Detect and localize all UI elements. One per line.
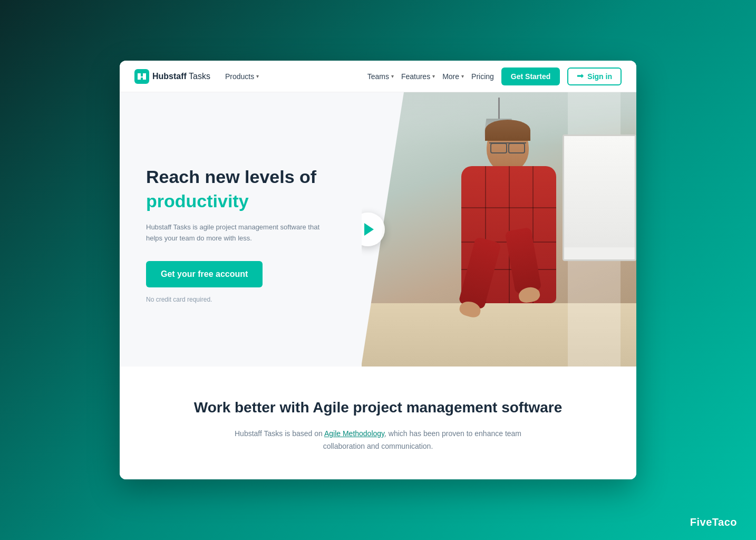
bottom-heading: Work better with Agile project managemen…: [146, 398, 610, 417]
hero-heading-accent: productivity: [146, 191, 377, 211]
person-hair: [485, 120, 530, 141]
play-icon: [364, 223, 374, 236]
person-head: [487, 124, 529, 171]
sign-in-button[interactable]: ⮕ Sign in: [567, 68, 622, 85]
get-started-button[interactable]: Get Started: [501, 68, 560, 85]
person-glasses: [489, 142, 526, 151]
fivetaco-watermark: FiveTaco: [690, 516, 737, 528]
hubstaff-logo-icon: [134, 69, 149, 84]
chevron-down-icon: ▾: [461, 73, 464, 79]
navbar-right: Teams ▾ Features ▾ More ▾ Pricing Get St…: [367, 68, 622, 85]
sign-in-icon: ⮕: [577, 72, 584, 81]
chevron-down-icon: ▾: [391, 73, 394, 79]
hero-image: [362, 92, 636, 367]
hero-description: Hubstaff Tasks is agile project manageme…: [146, 222, 325, 244]
nav-item-teams[interactable]: Teams ▾: [367, 72, 394, 81]
person-hand-left: [458, 300, 482, 319]
hero-section: Reach new levels of productivity Hubstaf…: [120, 92, 636, 367]
chevron-down-icon: ▾: [256, 73, 259, 79]
cta-button[interactable]: Get your free account: [146, 261, 263, 287]
bottom-section: Work better with Agile project managemen…: [120, 367, 636, 479]
logo[interactable]: Hubstaff Tasks: [134, 69, 210, 84]
logo-text: Hubstaff Tasks: [152, 72, 210, 81]
nav-item-more[interactable]: More ▾: [442, 72, 464, 81]
chevron-down-icon: ▾: [432, 73, 435, 79]
person-container: [362, 92, 636, 367]
agile-methodology-link[interactable]: Agile Methodology: [324, 429, 384, 438]
hero-right: [362, 92, 636, 367]
nav-item-pricing[interactable]: Pricing: [471, 72, 494, 81]
nav-item-products[interactable]: Products ▾: [225, 72, 259, 81]
bottom-description: Hubstaff Tasks is based on Agile Methodo…: [220, 428, 536, 453]
navbar-left: Hubstaff Tasks Products ▾: [134, 69, 259, 84]
no-credit-card-label: No credit card required.: [146, 296, 377, 303]
navbar: Hubstaff Tasks Products ▾ Teams ▾ Featur…: [120, 61, 636, 92]
hero-heading: Reach new levels of: [146, 166, 377, 188]
nav-item-features[interactable]: Features ▾: [401, 72, 435, 81]
